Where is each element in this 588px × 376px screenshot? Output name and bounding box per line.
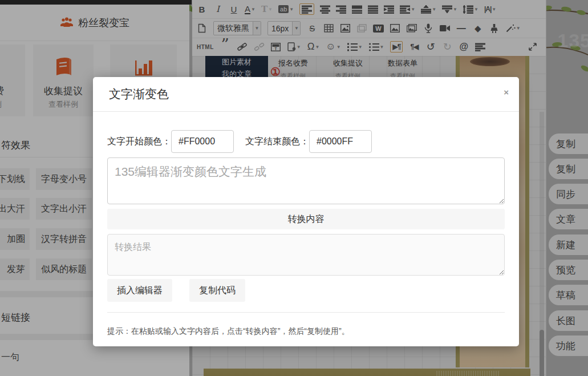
color-inputs-row: 文字开始颜色： 文字结束颜色： [107,130,505,153]
source-text-input[interactable] [107,157,505,204]
end-color-input[interactable] [309,130,372,153]
insert-editor-button[interactable]: 插入编辑器 [107,279,172,302]
end-color-label: 文字结束颜色： [245,136,309,148]
start-color-input[interactable] [171,130,234,153]
dialog-actions: 插入编辑器 复制代码 [107,279,505,302]
convert-button[interactable]: 转换内容 [107,209,505,229]
copy-code-button[interactable]: 复制代码 [189,279,245,302]
dialog-hint: 提示：在粘贴或输入文字内容后，点击“转换内容”，然后“复制使用”。 [107,326,505,337]
start-color-label: 文字开始颜色： [107,136,171,148]
dialog-body: 文字开始颜色： 文字结束颜色： 转换内容 插入编辑器 复制代码 提示：在粘贴或输… [107,112,505,337]
divider [107,312,505,313]
text-gradient-dialog: 文字渐变色 × 文字开始颜色： 文字结束颜色： 转换内容 插入编辑器 复制代码 … [93,77,519,346]
dialog-header: 文字渐变色 × [93,77,519,112]
app-root: 135 粉丝裂变宝 收费 样例 收集提议 查看样例 符效果 下划线字母变小号出大… [0,0,588,376]
close-icon[interactable]: × [504,87,509,97]
dialog-title: 文字渐变色 [109,86,169,102]
result-output[interactable] [107,234,505,276]
